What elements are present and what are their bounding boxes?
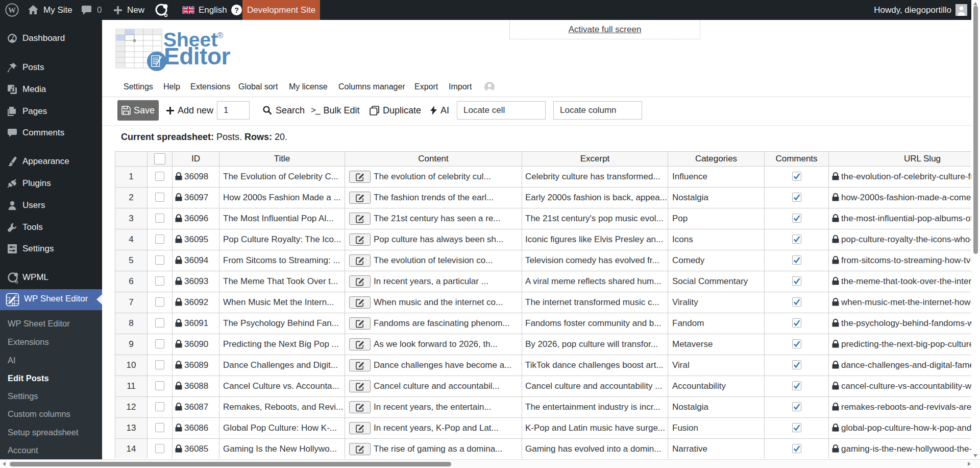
svg-text:W: W xyxy=(8,6,16,14)
svg-text:?: ? xyxy=(234,6,239,14)
